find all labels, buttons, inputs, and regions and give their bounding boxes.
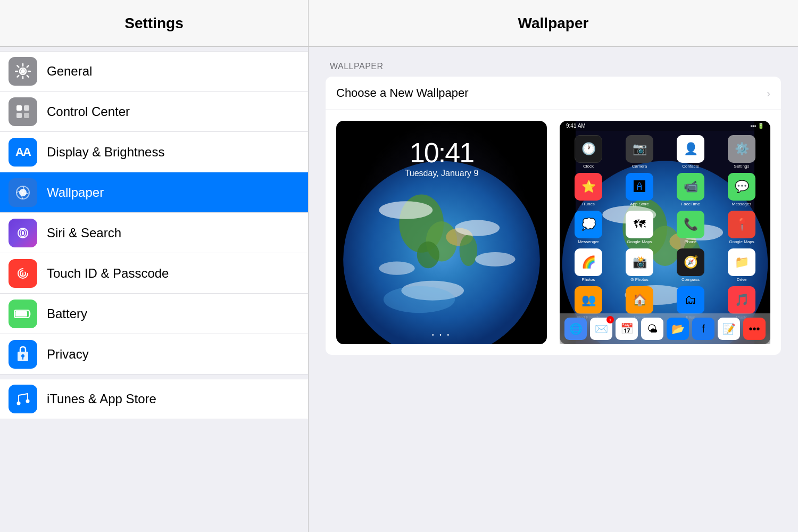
- main-content: General Control Center AA Display: [0, 47, 798, 532]
- settings-title: Settings: [124, 15, 183, 32]
- app-itunes-store[interactable]: ⭐ iTunes: [565, 173, 612, 206]
- compass-name: Compass: [681, 277, 700, 282]
- display-icon: AA: [9, 138, 37, 167]
- settings-app-icon: ⚙️: [728, 135, 755, 163]
- sidebar-item-control-center[interactable]: Control Center: [0, 92, 308, 132]
- app-googlephotos[interactable]: 📸 G Photos: [616, 248, 663, 282]
- itunes-store-icon: ⭐: [575, 173, 602, 201]
- dock-chrome[interactable]: 🌐: [564, 318, 587, 340]
- lock-time: 10:41: [336, 137, 547, 169]
- home-status-bar: 9:41 AM ▪▪▪ 🔋: [560, 121, 770, 131]
- dock-weather[interactable]: 🌤: [641, 318, 663, 340]
- display-label: Display & Brightness: [47, 145, 164, 160]
- status-icons: ▪▪▪ 🔋: [751, 123, 764, 129]
- svg-rect-3: [24, 105, 29, 111]
- itunes-store-name: iTunes: [582, 202, 595, 206]
- drive-icon: 📁: [728, 248, 755, 276]
- app-camera[interactable]: 📷 Camera: [616, 135, 663, 169]
- dock-notes[interactable]: 📝: [718, 318, 740, 340]
- messages-name: Messages: [732, 202, 751, 206]
- home-icon: 🏠: [626, 286, 653, 314]
- dock-facebook[interactable]: f: [692, 318, 714, 340]
- sidebar-item-privacy[interactable]: Privacy: [0, 334, 308, 375]
- siri-label: Siri & Search: [47, 226, 121, 240]
- app-photos[interactable]: 🌈 Photos: [565, 248, 612, 282]
- svg-rect-14: [14, 390, 32, 408]
- sidebar-item-touchid[interactable]: Touch ID & Passcode: [0, 253, 308, 294]
- svg-point-22: [417, 242, 439, 268]
- photos-icon: 🌈: [575, 248, 602, 276]
- panel-title: Wallpaper: [518, 15, 589, 32]
- sidebar-item-wallpaper[interactable]: Wallpaper: [0, 172, 308, 213]
- itunes-icon: [9, 385, 37, 413]
- files-icon: 🗂: [677, 286, 704, 314]
- wallpaper-icon: [9, 178, 37, 207]
- app-contacts[interactable]: 👤 Contacts: [667, 135, 714, 169]
- siri-icon: [9, 219, 37, 247]
- svg-point-30: [384, 286, 455, 313]
- sidebar-item-display[interactable]: AA Display & Brightness: [0, 132, 308, 172]
- sidebar-item-general[interactable]: General: [0, 51, 308, 92]
- dock-calendar[interactable]: 📅: [616, 318, 638, 340]
- home-screen-preview[interactable]: 9:41 AM ▪▪▪ 🔋 🕐 Clock 📷 Camera: [560, 121, 770, 344]
- general-icon: [9, 57, 37, 86]
- findfriends-icon: 👥: [575, 286, 602, 314]
- status-time: 9:41 AM: [566, 123, 586, 129]
- svg-point-16: [26, 400, 30, 403]
- gphotos-name: G Photos: [630, 277, 648, 282]
- svg-rect-2: [16, 105, 22, 111]
- app-messenger[interactable]: 💭 Messenger: [565, 211, 612, 244]
- privacy-label: Privacy: [47, 347, 89, 362]
- svg-point-15: [17, 402, 21, 405]
- app-messages[interactable]: 💬 Messages: [718, 173, 765, 206]
- app-compass[interactable]: 🧭 Compass: [667, 248, 714, 282]
- dock-mail[interactable]: ✉️ 1: [590, 318, 612, 340]
- lock-dots: • • •: [336, 332, 547, 338]
- messenger-name: Messenger: [578, 239, 599, 244]
- contacts-app-icon: 👤: [677, 135, 704, 163]
- control-center-label: Control Center: [47, 104, 130, 119]
- svg-rect-12: [15, 311, 27, 317]
- svg-point-26: [455, 220, 500, 236]
- gmaps2-name: Google Maps: [729, 239, 754, 244]
- app-googlemaps[interactable]: 🗺 Google Maps: [616, 211, 663, 244]
- photos-name: Photos: [582, 277, 595, 282]
- choose-wallpaper-label: Choose a New Wallpaper: [336, 86, 767, 100]
- app-drive[interactable]: 📁 Drive: [718, 248, 765, 282]
- dock-files2[interactable]: 📂: [667, 318, 689, 340]
- app-phone[interactable]: 📞 Phone: [667, 211, 714, 244]
- sidebar-group-1: General Control Center AA Display: [0, 51, 308, 375]
- svg-point-28: [379, 262, 414, 275]
- sidebar-item-itunes[interactable]: iTunes & App Store: [0, 379, 308, 419]
- wallpaper-label: Wallpaper: [47, 185, 104, 200]
- dock-more[interactable]: •••: [743, 318, 766, 340]
- sidebar-item-battery[interactable]: Battery: [0, 294, 308, 334]
- sidebar-item-siri[interactable]: Siri & Search: [0, 213, 308, 253]
- compass-icon: 🧭: [677, 248, 704, 276]
- home-dock: 🌐 ✉️ 1 📅 🌤 📂 f 📝 •••: [560, 313, 770, 344]
- lock-screen-preview[interactable]: 10:41 Tuesday, January 9 • • •: [336, 121, 547, 344]
- gphotos-icon: 📸: [626, 248, 653, 276]
- general-label: General: [47, 64, 92, 79]
- sidebar: General Control Center AA Display: [0, 47, 309, 532]
- app-facetime[interactable]: 📹 FaceTime: [667, 173, 714, 206]
- app-appstore[interactable]: 🅰 App Store: [616, 173, 663, 206]
- camera-app-name: Camera: [632, 164, 647, 169]
- touchid-icon: [9, 259, 37, 288]
- app-googlemaps2[interactable]: 📍 Google Maps: [718, 211, 765, 244]
- app-clock[interactable]: 🕐 Clock: [565, 135, 612, 169]
- wallpaper-previews: 10:41 Tuesday, January 9 • • •: [326, 110, 781, 355]
- itunes-label: iTunes & App Store: [47, 392, 156, 406]
- svg-point-24: [460, 235, 478, 266]
- wallpaper-card: Choose a New Wallpaper ›: [326, 77, 781, 355]
- appstore-icon: 🅰: [626, 173, 653, 201]
- phone-icon: 📞: [677, 211, 704, 238]
- battery-icon: [9, 300, 37, 328]
- choose-wallpaper-row[interactable]: Choose a New Wallpaper ›: [326, 77, 781, 110]
- gmaps2-icon: 📍: [728, 211, 755, 238]
- app-settings[interactable]: ⚙️ Settings: [718, 135, 765, 169]
- facetime-icon: 📹: [677, 173, 704, 201]
- drive-name: Drive: [737, 277, 747, 282]
- app-grid: 🕐 Clock 📷 Camera 👤 Contacts ⚙️: [560, 131, 770, 324]
- sidebar-group-2: iTunes & App Store: [0, 379, 308, 419]
